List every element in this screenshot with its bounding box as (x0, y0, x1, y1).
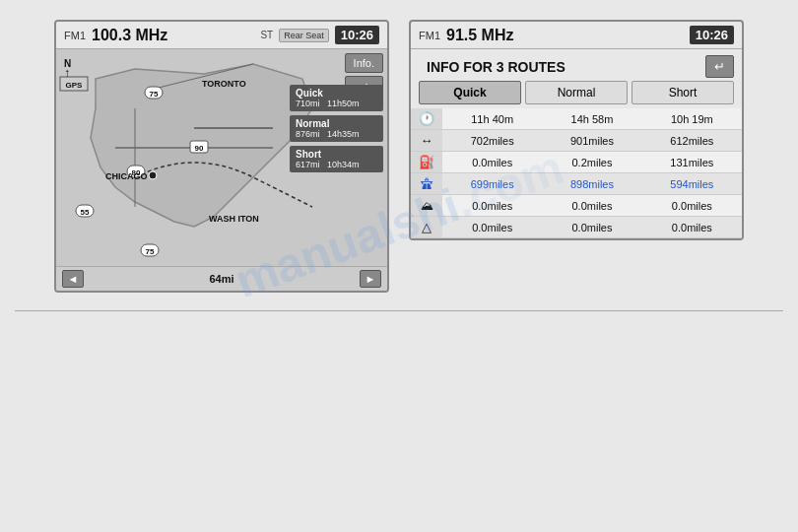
distance-icon: ↔ (411, 130, 442, 152)
time-short: 10h 19m (642, 108, 742, 130)
left-frequency: 100.3 MHz (92, 27, 254, 44)
nav-left-button[interactable]: ◄ (62, 270, 84, 288)
map-area: 75 90 80 55 75 CHICAGO TORONTO WASH ITON (56, 49, 387, 266)
right-fm-label: FM1 (419, 30, 440, 41)
tab-quick[interactable]: Quick (419, 81, 521, 104)
page-container: FM1 100.3 MHz ST Rear Seat 10:26 (0, 0, 798, 532)
info-button[interactable]: Info. (345, 53, 383, 73)
zoom-level: 64mi (88, 273, 356, 285)
svg-text:GPS: GPS (66, 81, 84, 90)
right-screen-header: FM1 91.5 MHz 10:26 (411, 22, 742, 49)
svg-text:55: 55 (81, 208, 90, 217)
route-short-name: Short (296, 149, 377, 160)
dist-quick: 702miles (442, 130, 542, 152)
left-fm-label: FM1 (64, 30, 86, 41)
alert-normal: 0.0miles (542, 217, 641, 238)
svg-text:75: 75 (146, 247, 155, 256)
left-screen: FM1 100.3 MHz ST Rear Seat 10:26 (54, 20, 389, 293)
right-frequency: 91.5 MHz (446, 27, 513, 44)
highway-quick: 699miles (442, 173, 542, 195)
table-row-toll: ⛰ 0.0miles 0.0miles 0.0miles (411, 195, 742, 217)
toll-short: 0.0miles (642, 195, 742, 217)
bottom-divider (15, 310, 783, 311)
alert-icon: △ (411, 217, 442, 238)
svg-text:WASH ITON: WASH ITON (209, 214, 259, 224)
route-normal-name: Normal (296, 118, 377, 129)
alert-short: 0.0miles (642, 217, 742, 238)
rear-seat-badge: Rear Seat (279, 29, 329, 42)
svg-text:CHICAGO: CHICAGO (105, 171, 148, 181)
nav-right-button[interactable]: ► (360, 270, 381, 288)
left-st-badge: ST (260, 30, 273, 40)
svg-text:75: 75 (150, 90, 159, 99)
info-table: 🕐 11h 40m 14h 58m 10h 19m ↔ 702miles 901… (411, 108, 742, 238)
fuel-short: 131miles (642, 152, 742, 173)
highway-icon: 🛣 (411, 173, 442, 195)
screens-row: FM1 100.3 MHz ST Rear Seat 10:26 (54, 20, 744, 293)
route-list: Quick 710mi 11h50m Normal 876mi 14h35m (290, 85, 383, 172)
route-item-short: Short 617mi 10h34m (290, 146, 383, 172)
route-quick-detail: 710mi 11h50m (296, 99, 377, 108)
table-row-time: 🕐 11h 40m 14h 58m 10h 19m (411, 108, 742, 130)
toll-normal: 0.0miles (542, 195, 641, 217)
dist-short: 612miles (642, 130, 742, 152)
fuel-normal: 0.2miles (542, 152, 641, 173)
time-icon: 🕐 (411, 108, 442, 130)
toll-quick: 0.0miles (442, 195, 542, 217)
fuel-quick: 0.0miles (442, 152, 542, 173)
dist-normal: 901miles (542, 130, 641, 152)
back-button-right[interactable]: ↵ (705, 55, 734, 78)
route-item-normal: Normal 876mi 14h35m (290, 115, 383, 142)
alert-quick: 0.0miles (442, 217, 542, 238)
route-tabs: Quick Normal Short (411, 81, 742, 108)
fuel-icon: ⛽ (411, 152, 442, 173)
svg-text:TORONTO: TORONTO (202, 79, 246, 89)
map-bottom-bar: ◄ 64mi ► (56, 266, 387, 291)
tab-normal[interactable]: Normal (525, 81, 628, 104)
route-normal-detail: 876mi 14h35m (296, 129, 377, 139)
table-row-highway: 🛣 699miles 898miles 594miles (411, 173, 742, 195)
table-row-alert: △ 0.0miles 0.0miles 0.0miles (411, 217, 742, 238)
route-item-quick: Quick 710mi 11h50m (290, 85, 383, 111)
highway-short: 594miles (642, 173, 742, 195)
highway-normal: 898miles (542, 173, 641, 195)
svg-point-22 (149, 171, 157, 179)
svg-text:90: 90 (195, 144, 204, 153)
route-quick-name: Quick (296, 88, 377, 99)
right-screen: FM1 91.5 MHz 10:26 INFO FOR 3 ROUTES ↵ Q… (409, 20, 744, 240)
right-time: 10:26 (690, 26, 734, 44)
route-short-detail: 617mi 10h34m (296, 160, 377, 169)
svg-text:↑: ↑ (64, 66, 70, 80)
time-quick: 11h 40m (442, 108, 542, 130)
table-row-distance: ↔ 702miles 901miles 612miles (411, 130, 742, 152)
left-time: 10:26 (335, 26, 379, 44)
tab-short[interactable]: Short (632, 81, 734, 104)
toll-icon: ⛰ (411, 195, 442, 217)
left-screen-header: FM1 100.3 MHz ST Rear Seat 10:26 (56, 22, 387, 49)
table-row-fuel: ⛽ 0.0miles 0.2miles 131miles (411, 152, 742, 173)
time-normal: 14h 58m (542, 108, 641, 130)
info-routes-title: INFO FOR 3 ROUTES (419, 53, 573, 79)
